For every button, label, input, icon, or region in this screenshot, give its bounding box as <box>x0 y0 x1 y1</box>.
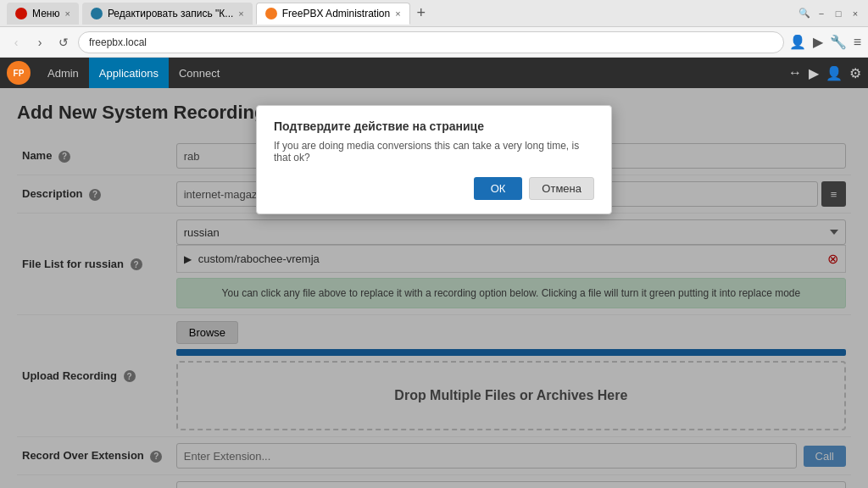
minimize-button[interactable]: − <box>815 8 827 19</box>
tab-wp-close[interactable]: × <box>238 8 243 19</box>
address-bar[interactable]: freepbx.local <box>78 31 784 53</box>
settings-gear-icon[interactable]: ⚙ <box>849 65 861 81</box>
tab-opera[interactable]: Меню × <box>7 3 79 25</box>
extensions-icon[interactable]: 🔧 <box>830 34 847 50</box>
tab-wp[interactable]: Редактировать запись "К... × <box>82 3 253 25</box>
new-tab-button[interactable]: + <box>414 4 430 22</box>
browser-toolbar: ‹ › ↺ freepbx.local 👤 ▶ 🔧 ≡ <box>0 27 868 58</box>
fpbx-logo: FP <box>7 61 31 85</box>
play-icon[interactable]: ▶ <box>809 65 819 81</box>
address-text: freepbx.local <box>89 36 147 48</box>
tab-wp-label: Редактировать запись "К... <box>108 8 233 19</box>
sync-icon[interactable]: ↔ <box>788 65 802 80</box>
browser-titlebar: Меню × Редактировать запись "К... × Free… <box>0 0 868 27</box>
cast-icon[interactable]: ▶ <box>813 34 823 50</box>
nav-connect[interactable]: Connect <box>169 58 230 88</box>
dialog-ok-button[interactable]: ОК <box>474 177 523 200</box>
reload-button[interactable]: ↺ <box>54 33 73 52</box>
dialog-box: Подтвердите действие на странице If you … <box>256 105 612 214</box>
fpbx-navbar: FP Admin Applications Connect ↔ ▶ 👤 ⚙ <box>0 58 868 88</box>
dialog-title: Подтвердите действие на странице <box>274 119 594 133</box>
fpbx-tab-icon <box>265 8 277 19</box>
nav-applications[interactable]: Applications <box>89 58 169 88</box>
search-icon[interactable]: 🔍 <box>798 8 810 19</box>
browser-window: Меню × Редактировать запись "К... × Free… <box>0 0 868 488</box>
tab-fpbx-close[interactable]: × <box>395 8 400 19</box>
dialog-buttons: ОК Отмена <box>274 177 594 200</box>
tab-fpbx[interactable]: FreePBX Administration × <box>256 3 410 25</box>
tab-fpbx-label: FreePBX Administration <box>282 8 390 19</box>
opera-icon <box>15 8 27 19</box>
window-controls: 🔍 − □ × <box>798 8 861 19</box>
profile-icon[interactable]: 👤 <box>789 34 806 50</box>
dialog-overlay: Подтвердите действие на странице If you … <box>0 88 868 488</box>
forward-button[interactable]: › <box>31 33 49 52</box>
maximize-button[interactable]: □ <box>832 8 844 19</box>
wp-icon <box>91 8 103 19</box>
dialog-message: If you are doing media conversions this … <box>274 140 594 164</box>
nav-admin[interactable]: Admin <box>37 58 89 88</box>
menu-icon[interactable]: ≡ <box>854 35 861 50</box>
toolbar-icons: 👤 ▶ 🔧 ≡ <box>789 34 861 50</box>
fpbx-nav-right-icons: ↔ ▶ 👤 ⚙ <box>788 65 861 81</box>
tab-opera-close[interactable]: × <box>64 8 70 19</box>
tab-opera-label: Меню <box>32 8 59 19</box>
main-content: Add New System Recording Name ? Descript… <box>0 88 868 488</box>
back-button[interactable]: ‹ <box>7 33 25 52</box>
close-button[interactable]: × <box>849 8 861 19</box>
user-icon[interactable]: 👤 <box>826 65 843 81</box>
dialog-cancel-button[interactable]: Отмена <box>529 177 594 200</box>
